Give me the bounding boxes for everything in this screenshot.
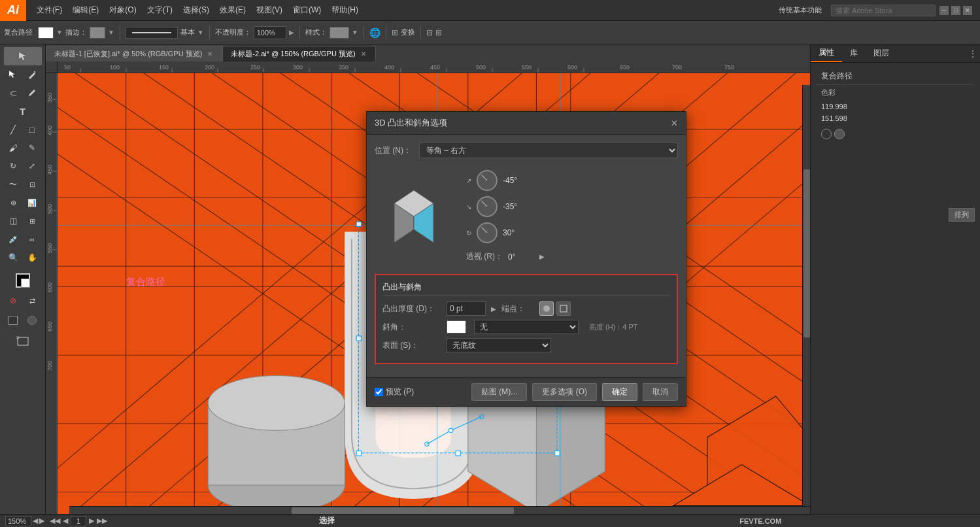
menu-select[interactable]: 选择(S) [178, 0, 214, 21]
horizontal-scrollbar[interactable] [69, 506, 810, 514]
svg-text:250: 250 [250, 64, 260, 71]
warp-tool[interactable]: 〜 [4, 175, 23, 194]
menu-effect[interactable]: 效果(E) [214, 0, 251, 21]
menu-help[interactable]: 帮助(H) [326, 0, 363, 21]
scale-tool[interactable]: ⤢ [23, 157, 42, 175]
selection-tool[interactable] [4, 47, 42, 65]
lasso-tool[interactable]: ⊂ [4, 84, 23, 102]
zoom-tool[interactable]: 🔍 [4, 248, 23, 267]
page-number-input[interactable] [71, 516, 86, 526]
panel-icon2[interactable] [834, 129, 845, 139]
fill-color[interactable] [38, 27, 54, 39]
artboard-tool[interactable] [4, 332, 42, 350]
style-box[interactable] [329, 27, 349, 39]
panel-tab-layers[interactable]: 图层 [866, 44, 897, 62]
surface-label: 表面 (S)： [382, 340, 441, 351]
minimize-button[interactable]: ─ [939, 6, 949, 15]
position-select[interactable]: 等角 – 右方 [419, 143, 678, 158]
mesh-tool[interactable]: ⊞ [23, 212, 42, 230]
stroke-color[interactable] [90, 27, 105, 39]
panel-section-title: 复合路径 [816, 68, 975, 84]
zoom-control: ◀ ▶ [5, 516, 44, 526]
tab-file2[interactable]: 未标题-2.ai* @ 150% (RGB/GPU 预览) ✕ [222, 46, 375, 61]
text-tool[interactable]: T [4, 102, 42, 120]
panel-tab-libraries[interactable]: 库 [842, 44, 866, 62]
angle-row-1: ↗ -45° [466, 170, 678, 191]
vertical-scrollbar[interactable] [802, 85, 810, 506]
menu-window[interactable]: 窗口(W) [288, 0, 326, 21]
zoom-input[interactable] [5, 516, 31, 526]
zoom-up-icon[interactable]: ▶ [39, 517, 44, 525]
page-next-icon[interactable]: ▶ [89, 517, 94, 525]
surface-select[interactable]: 无底纹 扩散底纹 塑料效果底纹 [447, 338, 551, 352]
menu-bar: Ai 文件(F) 编辑(E) 对象(O) 文字(T) 选择(S) 效果(E) 视… [0, 0, 980, 21]
style-label: 样式： [305, 27, 327, 37]
rotate-tool[interactable]: ↻ [4, 157, 23, 175]
page-prev-single-icon[interactable]: ◀ [63, 517, 68, 525]
fill-black[interactable] [16, 273, 30, 288]
menu-edit[interactable]: 编辑(E) [67, 0, 104, 21]
scrollbar-thumb-v[interactable] [803, 169, 810, 338]
swap-colors[interactable]: ⇄ [23, 292, 42, 310]
rect-tool[interactable]: □ [23, 120, 42, 139]
svg-rect-121 [560, 305, 567, 312]
arrange-button[interactable]: 排列 [949, 208, 975, 222]
ok-button[interactable]: 确定 [602, 383, 637, 401]
angle-dial-2[interactable] [477, 196, 498, 217]
end-cap-round-btn[interactable] [539, 301, 554, 316]
pen-tool[interactable] [23, 84, 42, 102]
tab2-close[interactable]: ✕ [360, 50, 367, 58]
panel-options-icon[interactable]: ⋮ [968, 48, 977, 59]
gradient-tool[interactable]: ◫ [4, 212, 23, 230]
map-button[interactable]: 贴图 (M)... [471, 383, 527, 401]
cancel-button[interactable]: 取消 [643, 383, 678, 401]
free-transform-tool[interactable]: ⊡ [23, 175, 42, 194]
panel-icon1[interactable] [821, 129, 832, 139]
menu-object[interactable]: 对象(O) [104, 0, 141, 21]
pathfinder-icon: ⊞ [435, 28, 442, 37]
angle-dial-3[interactable] [477, 222, 498, 243]
extrude-section: 凸出与斜角 凸出厚度 (D)： ▶ 端点： 斜角： [375, 274, 678, 364]
more-options-button[interactable]: 更多选项 (O) [532, 383, 597, 401]
perspective-expand-icon[interactable]: ▶ [539, 253, 545, 260]
blend-tool[interactable]: ∞ [23, 230, 42, 248]
direct-selection-tool[interactable] [4, 65, 23, 84]
bar-chart-tool[interactable]: 📊 [23, 194, 42, 212]
axis-z-icon: ↻ [466, 230, 471, 237]
menu-file[interactable]: 文件(F) [31, 0, 67, 21]
extrude-depth-input[interactable] [447, 301, 486, 316]
menu-text[interactable]: 文字(T) [142, 0, 178, 21]
symbol-tool[interactable]: ⊛ [4, 194, 23, 212]
paintbrush-tool[interactable]: 🖌 [4, 139, 23, 157]
toolbox: ⊂ T ╱ □ 🖌 ✎ ↻ ⤢ 〜 ⊡ ⊛ 📊 ◫ ⊞ 💉 ∞ 🔍 ✋ [0, 44, 46, 514]
page-next-last-icon[interactable]: ▶▶ [97, 517, 107, 525]
line-tool[interactable]: ╱ [4, 120, 23, 139]
hand-tool[interactable]: ✋ [23, 248, 42, 267]
page-prev-icon[interactable]: ◀◀ [50, 517, 60, 525]
magic-wand-tool[interactable] [23, 65, 42, 84]
bevel-select[interactable]: 无 [474, 320, 579, 334]
fill-none[interactable]: ⊘ [4, 292, 23, 310]
preview-checkbox[interactable] [375, 388, 383, 396]
maximize-button[interactable]: □ [951, 6, 960, 15]
extrude-depth-expand-icon[interactable]: ▶ [491, 305, 496, 313]
zoom-down-icon[interactable]: ◀ [33, 517, 38, 525]
search-stock-input[interactable] [831, 5, 936, 16]
eyedropper-tool[interactable]: 💉 [4, 230, 23, 248]
svg-rect-107 [356, 336, 361, 341]
tab-file1[interactable]: 未标题-1 [已恢复].ai* @ 50% (RGB/GPU 预览) ✕ [46, 46, 222, 61]
end-cap-flat-btn[interactable] [556, 301, 571, 316]
tab1-close[interactable]: ✕ [206, 50, 214, 58]
normal-mode[interactable] [4, 311, 23, 330]
dialog-close-icon[interactable]: ✕ [671, 118, 678, 128]
pencil-tool[interactable]: ✎ [23, 139, 42, 157]
close-button[interactable]: ✕ [963, 6, 972, 15]
align-icon: ⊟ [426, 28, 433, 37]
opacity-input[interactable] [254, 26, 286, 39]
angle-dial-1[interactable] [477, 170, 498, 191]
svg-line-0 [34, 71, 35, 73]
panel-tab-properties[interactable]: 属性 [811, 44, 842, 62]
other-mode[interactable] [23, 311, 42, 330]
menu-view[interactable]: 视图(V) [251, 0, 288, 21]
scrollbar-thumb-h[interactable] [292, 507, 514, 514]
